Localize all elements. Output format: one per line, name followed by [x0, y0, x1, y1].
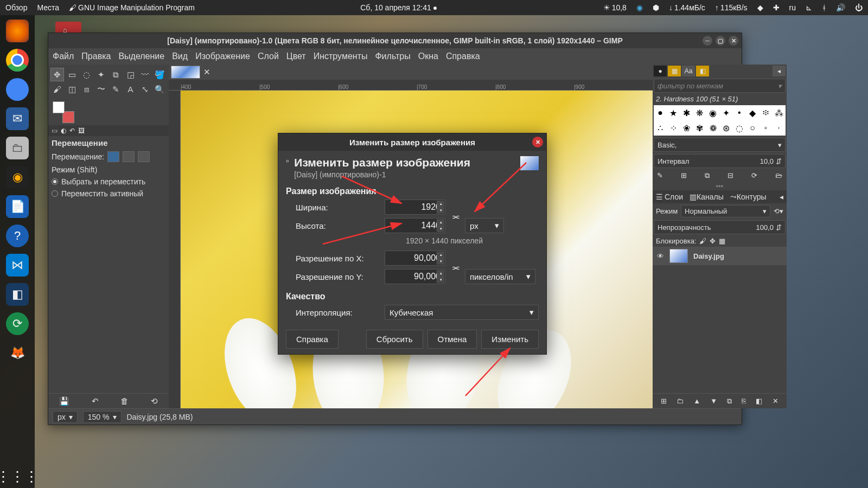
- cancel-button[interactable]: Отмена: [427, 330, 477, 349]
- clone-tool[interactable]: ⧇: [80, 82, 93, 96]
- window-titlebar[interactable]: [Daisy] (импортировано)-1.0 (Цвета RGB 8…: [48, 33, 742, 48]
- chrome-launcher[interactable]: [6, 49, 29, 72]
- brush-filter[interactable]: фильтр по меткам▾: [654, 79, 786, 93]
- channels-tab[interactable]: ▥Каналы: [690, 192, 724, 201]
- menu-view[interactable]: Вид: [172, 52, 188, 61]
- remote-launcher[interactable]: ⟳: [6, 312, 29, 335]
- bucket-tool[interactable]: 🪣: [153, 68, 167, 81]
- transform-tool[interactable]: ◲: [124, 68, 137, 81]
- new-layer-icon[interactable]: ⊞: [661, 397, 667, 405]
- refresh-brush-icon[interactable]: ⟳: [751, 171, 757, 180]
- brush-preset[interactable]: Basic,▾: [654, 138, 786, 152]
- device-tab[interactable]: ◐: [61, 127, 66, 134]
- eraser-tool[interactable]: ◫: [65, 82, 79, 96]
- resy-input[interactable]: 90,000▴▾: [385, 269, 445, 284]
- mode-pick-radio[interactable]: [52, 178, 58, 185]
- network-icon[interactable]: ⊾: [806, 3, 812, 12]
- spin-down-icon[interactable]: ▾: [437, 207, 444, 214]
- lock-alpha-icon[interactable]: ▦: [719, 237, 725, 245]
- zoom-tool[interactable]: 🔍: [153, 82, 167, 96]
- dialog-close-button[interactable]: ✕: [532, 137, 543, 147]
- ruler-vertical[interactable]: [169, 91, 181, 408]
- size-unit-dropdown[interactable]: px▾: [465, 218, 504, 233]
- fonts-tab[interactable]: Aa: [682, 66, 695, 76]
- gradients-tab[interactable]: ◧: [696, 66, 709, 76]
- keyboard-lang[interactable]: ru: [789, 3, 796, 12]
- menu-colors[interactable]: Цвет: [286, 52, 306, 61]
- lower-layer-icon[interactable]: ▼: [710, 397, 717, 405]
- help-launcher[interactable]: ?: [6, 224, 29, 247]
- power-icon[interactable]: ⏻: [855, 3, 863, 12]
- maximize-button[interactable]: ▢: [716, 36, 725, 46]
- help-button[interactable]: Справка: [286, 330, 339, 349]
- menu-file[interactable]: Файл: [53, 52, 74, 61]
- merge-layer-icon[interactable]: ⎘: [742, 397, 746, 405]
- menu-help[interactable]: Справка: [446, 52, 480, 61]
- raise-layer-icon[interactable]: ▲: [693, 397, 700, 405]
- reset-opts-icon[interactable]: ⟲: [151, 396, 158, 406]
- qbittorrent-icon[interactable]: ◉: [636, 3, 643, 12]
- free-select-tool[interactable]: ◌: [80, 68, 93, 81]
- rect-select-tool[interactable]: ▭: [65, 68, 79, 81]
- layer-row[interactable]: 👁 Daisy.jpg: [653, 247, 787, 265]
- zoom-combo[interactable]: 150 %▾: [83, 411, 122, 423]
- rhythmbox-launcher[interactable]: ◉: [6, 166, 29, 189]
- clock[interactable]: Сб, 10 апреля 12:41 ●: [360, 3, 437, 12]
- lock-position-icon[interactable]: ✥: [710, 237, 716, 245]
- width-input[interactable]: 1920▴▾: [385, 200, 445, 215]
- menu-image[interactable]: Изображение: [195, 52, 250, 61]
- menu-edit[interactable]: Правка: [81, 52, 111, 61]
- gimp-launcher[interactable]: 🦊: [6, 342, 29, 364]
- spin-down-icon[interactable]: ▾: [437, 277, 444, 283]
- chain-link-icon[interactable]: ⫘: [449, 263, 462, 272]
- dock-menu-icon[interactable]: ◂: [780, 192, 783, 201]
- move-path-btn[interactable]: [138, 151, 150, 162]
- new-brush-icon[interactable]: ⊞: [681, 171, 687, 180]
- overview-button[interactable]: Обзор: [5, 3, 27, 12]
- unit-combo[interactable]: px▾: [53, 411, 78, 423]
- volume-icon[interactable]: 🔊: [836, 3, 845, 12]
- layers-tab[interactable]: Слои: [656, 192, 683, 201]
- dialog-titlebar[interactable]: Изменить размер изображения ✕: [278, 133, 546, 151]
- interval-spinner[interactable]: Интервал10,0 ⇵: [654, 154, 786, 168]
- chromium-launcher[interactable]: [6, 78, 29, 101]
- warp-tool[interactable]: 〰: [138, 68, 152, 81]
- mask-layer-icon[interactable]: ◧: [756, 397, 762, 405]
- mode-active-radio[interactable]: [52, 190, 58, 197]
- brushes-tab[interactable]: ●: [654, 66, 667, 76]
- spin-down-icon[interactable]: ▾: [437, 226, 444, 232]
- virtualbox-launcher[interactable]: ◧: [6, 283, 29, 306]
- image-tab[interactable]: [171, 66, 200, 79]
- path-tool[interactable]: ✎: [109, 82, 123, 96]
- images-tab[interactable]: 🖼: [78, 127, 85, 134]
- visibility-eye-icon[interactable]: 👁: [657, 252, 664, 260]
- menu-tools[interactable]: Инструменты: [314, 52, 368, 61]
- color-swatches[interactable]: [53, 101, 74, 123]
- files-launcher[interactable]: 🗀: [6, 137, 29, 159]
- minimize-button[interactable]: ─: [703, 36, 712, 46]
- interp-dropdown[interactable]: Кубическая▾: [385, 305, 539, 320]
- tray-icon[interactable]: ⬢: [653, 3, 659, 12]
- res-unit-dropdown[interactable]: пикселов/in▾: [465, 269, 535, 284]
- show-apps[interactable]: ⋮⋮⋮: [6, 465, 29, 488]
- move-selection-btn[interactable]: [123, 151, 135, 162]
- layer-group-icon[interactable]: 🗀: [676, 397, 684, 405]
- resx-input[interactable]: 90,000▴▾: [385, 251, 445, 266]
- weather-indicator[interactable]: ☀ 10,8: [603, 3, 627, 12]
- text-tool[interactable]: A: [124, 82, 137, 96]
- color-picker-tool[interactable]: ⤡: [138, 82, 152, 96]
- spin-up-icon[interactable]: ▴: [437, 219, 444, 226]
- reset-button[interactable]: Сбросить: [366, 330, 423, 349]
- close-button[interactable]: ✕: [729, 36, 738, 46]
- move-layer-btn[interactable]: [107, 151, 119, 162]
- spin-down-icon[interactable]: ▾: [437, 258, 444, 265]
- smudge-tool[interactable]: 〜: [94, 82, 108, 96]
- paintbrush-tool[interactable]: 🖌: [50, 82, 64, 96]
- spin-up-icon[interactable]: ▴: [437, 201, 444, 207]
- layer-name[interactable]: Daisy.jpg: [693, 252, 724, 260]
- ok-button[interactable]: Изменить: [481, 330, 539, 349]
- paths-tab[interactable]: ⤳Контуры: [730, 192, 767, 201]
- restore-opts-icon[interactable]: ↶: [92, 396, 99, 406]
- image-tab-close[interactable]: ✕: [201, 67, 212, 78]
- open-brush-icon[interactable]: 🗁: [775, 171, 782, 180]
